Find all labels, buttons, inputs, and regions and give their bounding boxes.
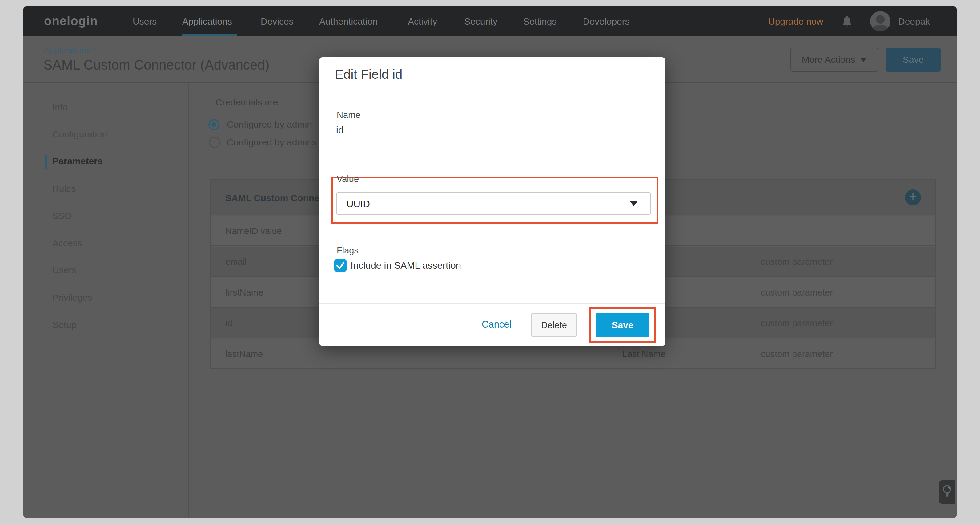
nav-item-security[interactable]: Security	[464, 16, 497, 27]
radio-configured-by-admin[interactable]	[208, 119, 220, 130]
lightbulb-icon	[942, 484, 953, 500]
include-in-saml-label[interactable]: Include in SAML assertion	[351, 260, 461, 271]
nav-item-users[interactable]: Users	[133, 16, 157, 27]
notifications-bell-icon[interactable]	[840, 14, 854, 29]
header-save-button[interactable]: Save	[886, 48, 940, 72]
delete-button[interactable]: Delete	[531, 313, 577, 337]
plus-icon: +	[909, 189, 917, 205]
table-header-field-column: SAML Custom Connecto	[225, 193, 333, 203]
modal-title: Edit Field id	[335, 67, 402, 82]
cancel-link[interactable]: Cancel	[482, 319, 512, 330]
user-name[interactable]: Deepak	[898, 16, 930, 27]
sidebar-item-rules[interactable]: Rules	[52, 184, 76, 194]
param-type: custom parameter	[761, 287, 833, 298]
param-name: email	[225, 257, 247, 267]
modal-title-divider	[319, 93, 665, 94]
param-value: Last Name	[622, 349, 665, 359]
avatar-head-icon	[876, 15, 885, 24]
modal-save-button[interactable]: Save	[596, 313, 649, 337]
credentials-label: Credentials are	[215, 97, 278, 108]
param-name: NameID value	[225, 226, 282, 236]
top-nav: onelogin Users Applications Devices Auth…	[23, 6, 957, 36]
name-value: id	[336, 125, 344, 136]
sidebar-item-privileges[interactable]: Privileges	[52, 292, 92, 303]
nav-item-activity[interactable]: Activity	[408, 16, 437, 27]
radio-configured-by-admins-and-users[interactable]	[209, 137, 220, 148]
nav-item-settings[interactable]: Settings	[523, 16, 557, 27]
add-parameter-button[interactable]: +	[905, 189, 921, 205]
breadcrumb[interactable]: Applications /	[44, 46, 95, 56]
user-avatar[interactable]	[870, 11, 891, 32]
nav-item-applications[interactable]: Applications	[182, 16, 232, 27]
param-type: custom parameter	[761, 318, 833, 328]
more-actions-label: More Actions	[802, 54, 855, 65]
flags-label: Flags	[337, 246, 359, 255]
param-name: firstName	[225, 287, 264, 298]
select-caret-down-icon	[630, 201, 638, 206]
radio-label-admin[interactable]: Configured by admin	[227, 119, 312, 130]
value-select[interactable]: UUID	[336, 192, 651, 215]
page-title: SAML Custom Connector (Advanced)	[43, 57, 269, 73]
sidebar-item-users[interactable]: Users	[52, 265, 76, 276]
screenshot-stage: onelogin Users Applications Devices Auth…	[0, 0, 980, 525]
radio-label-admins-users[interactable]: Configured by admins a	[227, 137, 325, 148]
sidebar-item-info[interactable]: Info	[52, 102, 68, 113]
edit-field-modal: Edit Field id Name id Value UUID Flags I…	[319, 57, 665, 346]
param-type: custom parameter	[761, 257, 833, 267]
sidebar-divider	[188, 83, 189, 518]
value-label: Value	[337, 174, 359, 184]
sidebar-item-setup[interactable]: Setup	[52, 320, 76, 330]
more-actions-button[interactable]: More Actions	[791, 48, 878, 72]
checkmark-icon	[334, 259, 347, 271]
value-selected-option: UUID	[347, 199, 370, 210]
chevron-down-icon	[860, 58, 867, 62]
modal-footer-divider	[319, 303, 665, 304]
sidebar-item-configuration[interactable]: Configuration	[52, 129, 107, 140]
param-value: -	[668, 318, 671, 328]
upgrade-now-link[interactable]: Upgrade now	[768, 16, 823, 27]
name-label: Name	[337, 110, 360, 120]
param-type: custom parameter	[761, 349, 833, 359]
param-name: id	[225, 318, 232, 328]
nav-item-developers[interactable]: Developers	[583, 16, 630, 27]
nav-item-devices[interactable]: Devices	[261, 16, 294, 27]
help-tile[interactable]	[939, 481, 955, 504]
active-tab-underline	[182, 34, 237, 36]
sidebar-item-sso[interactable]: SSO	[52, 211, 72, 221]
sidebar-item-access[interactable]: Access	[52, 238, 82, 249]
include-in-saml-checkbox[interactable]	[334, 259, 347, 271]
sidebar-active-indicator	[45, 155, 47, 169]
onelogin-logo[interactable]: onelogin	[44, 14, 98, 28]
avatar-body-icon	[873, 25, 888, 32]
sidebar-item-parameters[interactable]: Parameters	[52, 156, 102, 167]
param-name: lastName	[225, 349, 263, 359]
nav-item-authentication[interactable]: Authentication	[319, 16, 378, 27]
